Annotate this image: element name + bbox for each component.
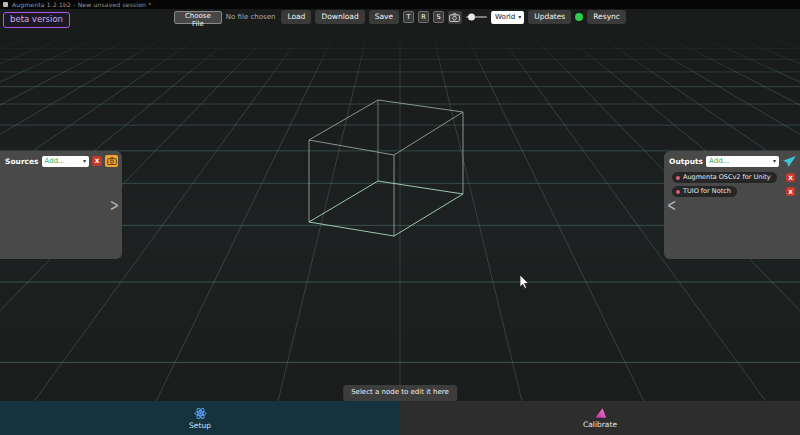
send-button[interactable] xyxy=(782,155,796,167)
tab-setup-label: Setup xyxy=(189,422,211,430)
status-dot-icon xyxy=(676,176,680,180)
sources-add-value: Add... xyxy=(45,157,65,165)
outputs-add-value: Add... xyxy=(709,157,729,165)
output-item-pill[interactable]: Augmenta OSCv2 for Unity xyxy=(672,172,777,183)
resync-button[interactable]: Resync xyxy=(587,10,626,24)
outputs-title: Outputs xyxy=(669,157,703,166)
chevron-down-icon: ▾ xyxy=(83,158,86,164)
wireframe-cube xyxy=(309,100,463,236)
app-window: Augmenta 1.2.1b2 - New unsaved session *… xyxy=(0,0,800,435)
chevron-down-icon: ▾ xyxy=(773,158,776,164)
output-remove-button[interactable]: X xyxy=(786,173,795,182)
translate-mode-button[interactable]: T xyxy=(403,11,414,23)
window-titlebar: Augmenta 1.2.1b2 - New unsaved session * xyxy=(0,0,800,9)
camera-icon xyxy=(449,13,460,22)
sources-title: Sources xyxy=(5,157,39,166)
outputs-add-select[interactable]: Add... ▾ xyxy=(706,156,779,167)
rotate-mode-button[interactable]: R xyxy=(418,11,429,23)
sources-remove-button[interactable]: X xyxy=(92,156,102,166)
outputs-list: Augmenta OSCv2 for Unity X TUIO for Notc… xyxy=(664,169,800,197)
mouse-cursor xyxy=(520,275,528,288)
save-button[interactable]: Save xyxy=(369,10,399,24)
load-button[interactable]: Load xyxy=(281,10,311,24)
slider-knob[interactable] xyxy=(468,14,475,21)
app-logo-icon xyxy=(3,2,8,7)
camera-icon xyxy=(107,157,117,165)
choose-file-button[interactable]: Choose File xyxy=(174,11,222,24)
download-button[interactable]: Download xyxy=(315,10,364,24)
sources-collapse-chevron[interactable]: > xyxy=(110,196,119,214)
output-item-label: Augmenta OSCv2 for Unity xyxy=(683,174,771,181)
tab-calibrate-label: Calibrate xyxy=(583,421,617,429)
space-select[interactable]: World ▾ xyxy=(491,11,524,24)
outputs-collapse-chevron[interactable]: < xyxy=(667,196,676,214)
outputs-header: Outputs Add... ▾ xyxy=(664,151,800,169)
sources-panel: Sources Add... ▾ X > xyxy=(0,151,122,259)
space-select-value: World xyxy=(495,13,515,21)
camera-view-button[interactable] xyxy=(448,11,461,24)
window-title: Augmenta 1.2.1b2 - New unsaved session * xyxy=(12,1,151,8)
output-list-item: Augmenta OSCv2 for Unity X xyxy=(672,172,795,183)
node-edit-hint: Select a node to edit it here xyxy=(343,385,457,401)
tab-calibrate[interactable]: Calibrate xyxy=(400,401,800,435)
output-item-label: TUIO for Notch xyxy=(683,188,731,195)
sources-add-select[interactable]: Add... ▾ xyxy=(42,156,89,167)
resync-status-dot xyxy=(575,13,583,21)
chevron-down-icon: ▾ xyxy=(518,14,521,20)
top-toolbar: Choose File No file chosen Load Download… xyxy=(174,10,626,24)
zoom-slider[interactable] xyxy=(466,11,488,24)
bottom-tab-bar: Setup Calibrate xyxy=(0,401,800,435)
file-status-text: No file chosen xyxy=(226,13,276,21)
output-list-item: TUIO for Notch X xyxy=(672,186,795,197)
sources-header: Sources Add... ▾ X xyxy=(0,151,122,169)
output-item-pill[interactable]: TUIO for Notch xyxy=(672,186,737,197)
output-remove-button[interactable]: X xyxy=(786,187,795,196)
tab-setup[interactable]: Setup xyxy=(0,401,400,435)
updates-button[interactable]: Updates xyxy=(528,10,571,24)
status-dot-icon xyxy=(676,190,680,194)
beta-version-badge: beta version xyxy=(3,12,70,28)
send-icon xyxy=(783,156,796,167)
setup-atom-icon xyxy=(194,407,207,420)
calibrate-icon xyxy=(594,407,607,419)
sources-camera-button[interactable] xyxy=(105,155,118,167)
outputs-panel: Outputs Add... ▾ Augmenta OSCv2 for Unit… xyxy=(664,151,800,259)
scale-mode-button[interactable]: S xyxy=(433,11,444,23)
